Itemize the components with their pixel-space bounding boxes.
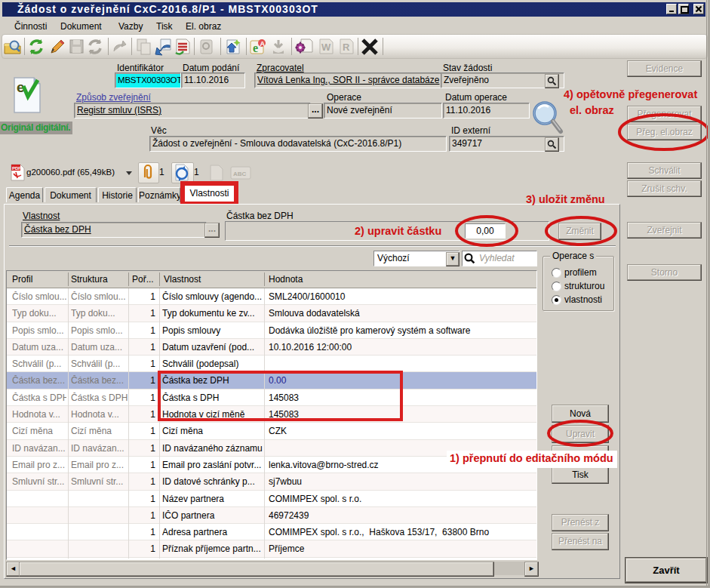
svg-text:R: R: [343, 42, 350, 53]
svg-text:e: e: [253, 42, 258, 54]
svg-text:PDF: PDF: [12, 166, 21, 171]
svg-text:W: W: [321, 42, 331, 53]
svg-text:ABC: ABC: [233, 171, 247, 177]
svg-text:A: A: [260, 40, 266, 48]
